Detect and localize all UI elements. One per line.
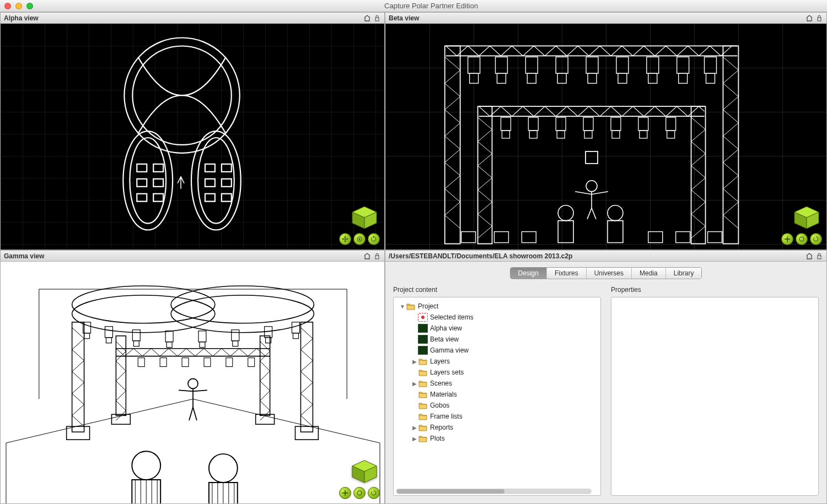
window-titlebar: Capture Polar Partner Edition <box>0 0 827 12</box>
svg-rect-69 <box>461 232 476 243</box>
svg-point-83 <box>171 286 314 323</box>
svg-rect-96 <box>165 331 173 342</box>
nav-cube-icon[interactable] <box>349 458 380 485</box>
tree-item-label: Beta view <box>430 335 459 343</box>
tree-item[interactable]: Gobos <box>396 400 598 411</box>
beta-view-panel: Beta view <box>385 12 827 250</box>
tree-item[interactable]: ▼Project <box>396 301 598 312</box>
tree-item[interactable]: Gamma view <box>396 345 598 356</box>
svg-rect-42 <box>588 73 597 83</box>
folder-icon <box>418 412 428 421</box>
tree-item[interactable]: ▶Layers <box>396 356 598 367</box>
nav-cube-icon[interactable] <box>791 204 822 231</box>
tab-universes[interactable]: Universes <box>587 268 632 279</box>
pan-tool-icon[interactable] <box>781 233 793 245</box>
tree-item[interactable]: Frame lists <box>396 411 598 422</box>
tree-item[interactable]: ▶Scenes <box>396 378 598 389</box>
tree-item[interactable]: Beta view <box>396 334 598 345</box>
pan-tool-icon[interactable] <box>339 233 351 245</box>
disclosure-triangle-icon[interactable]: ▶ <box>411 436 418 442</box>
project-tabbar: Design Fixtures Universes Media Library <box>393 267 819 279</box>
panel-lock-icon[interactable] <box>815 14 823 22</box>
project-panel: /Users/ESTEBANDLT/Documents/ELA showroom… <box>385 250 827 504</box>
tab-library[interactable]: Library <box>666 268 702 279</box>
panel-popout-icon[interactable] <box>363 252 371 260</box>
svg-rect-30 <box>723 46 738 243</box>
svg-rect-60 <box>612 131 620 138</box>
svg-point-117 <box>132 451 160 480</box>
svg-rect-34 <box>470 73 479 83</box>
svg-rect-95 <box>133 341 139 346</box>
svg-rect-55 <box>556 117 566 131</box>
svg-rect-37 <box>525 57 538 73</box>
gamma-viewport[interactable] <box>1 262 384 503</box>
tab-media[interactable]: Media <box>632 268 666 279</box>
disclosure-triangle-icon[interactable]: ▼ <box>399 304 406 310</box>
close-window-button[interactable] <box>4 3 11 9</box>
panel-popout-icon[interactable] <box>805 252 813 260</box>
panel-lock-icon[interactable] <box>373 252 381 260</box>
svg-rect-38 <box>527 73 536 83</box>
tab-fixtures[interactable]: Fixtures <box>547 268 587 279</box>
alpha-view-title: Alpha view <box>4 14 39 22</box>
svg-rect-65 <box>586 151 598 164</box>
svg-rect-79 <box>375 256 379 259</box>
tree-item[interactable]: ▶Reports <box>396 422 598 433</box>
tree-item[interactable]: Materials <box>396 389 598 400</box>
properties-list[interactable] <box>611 297 819 496</box>
svg-rect-58 <box>584 131 592 138</box>
svg-rect-74 <box>708 232 722 243</box>
alpha-viewport[interactable] <box>1 24 384 250</box>
project-tree[interactable]: ▼ProjectSelected itemsAlpha viewBeta vie… <box>393 297 601 496</box>
panel-lock-icon[interactable] <box>373 14 381 22</box>
view-icon <box>418 335 428 344</box>
svg-point-82 <box>171 295 314 333</box>
svg-rect-56 <box>557 131 565 138</box>
tree-item[interactable]: ▶Plots <box>396 433 598 444</box>
panel-popout-icon[interactable] <box>805 14 813 22</box>
alpha-wireframe <box>1 24 384 250</box>
svg-point-5 <box>191 131 241 230</box>
svg-rect-123 <box>818 256 821 259</box>
tree-item-label: Selected items <box>430 313 474 321</box>
tree-item-label: Gobos <box>430 402 449 409</box>
minimize-window-button[interactable] <box>15 3 22 9</box>
project-panel-header: /Users/ESTEBANDLT/Documents/ELA showroom… <box>385 251 826 262</box>
nav-cube-icon[interactable] <box>349 204 380 231</box>
rotate-tool-icon[interactable] <box>810 233 822 245</box>
svg-point-67 <box>558 205 573 221</box>
svg-rect-31 <box>478 106 492 243</box>
svg-rect-50 <box>706 73 715 83</box>
folder-icon <box>418 368 428 377</box>
svg-point-68 <box>608 205 623 221</box>
svg-point-66 <box>586 181 597 192</box>
orbit-tool-icon[interactable] <box>353 487 366 499</box>
orbit-tool-icon[interactable] <box>353 233 366 245</box>
svg-rect-63 <box>666 117 676 131</box>
disclosure-triangle-icon[interactable]: ▶ <box>411 425 418 431</box>
zoom-window-button[interactable] <box>26 3 33 9</box>
folder-icon <box>418 357 428 366</box>
rotate-tool-icon[interactable] <box>368 487 380 499</box>
horizontal-scrollbar[interactable] <box>396 489 592 494</box>
svg-rect-99 <box>200 342 205 348</box>
pan-tool-icon[interactable] <box>339 487 351 499</box>
disclosure-triangle-icon[interactable]: ▶ <box>411 359 418 365</box>
tree-item[interactable]: Alpha view <box>396 323 598 334</box>
disclosure-triangle-icon[interactable]: ▶ <box>411 381 418 387</box>
tree-item[interactable]: Selected items <box>396 312 598 323</box>
gamma-wireframe <box>1 262 384 503</box>
svg-rect-72 <box>648 232 663 243</box>
orbit-tool-icon[interactable] <box>796 233 808 245</box>
beta-viewport[interactable] <box>385 24 826 250</box>
svg-rect-105 <box>293 333 298 339</box>
tab-design[interactable]: Design <box>511 268 547 279</box>
folder-icon <box>406 302 416 311</box>
svg-rect-73 <box>676 232 690 243</box>
svg-rect-54 <box>529 131 537 138</box>
svg-point-80 <box>72 295 215 333</box>
panel-popout-icon[interactable] <box>363 14 371 22</box>
panel-lock-icon[interactable] <box>815 252 823 260</box>
tree-item[interactable]: Layers sets <box>396 367 598 378</box>
rotate-tool-icon[interactable] <box>368 233 380 245</box>
